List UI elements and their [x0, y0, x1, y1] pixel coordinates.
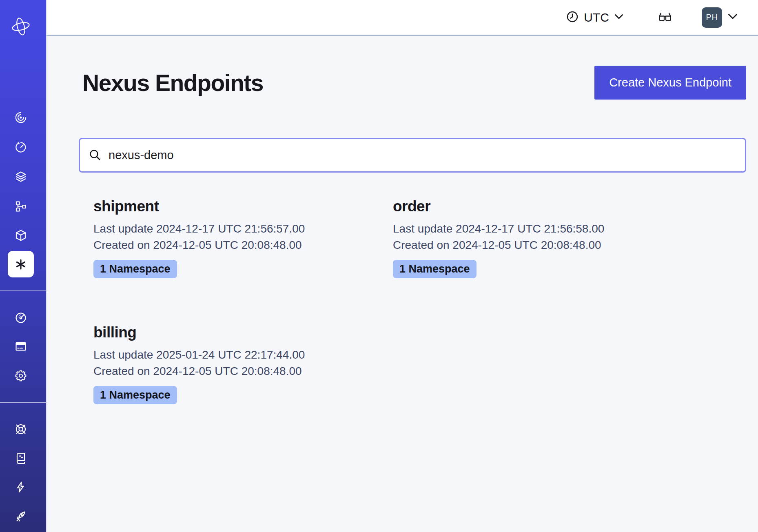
credit-card-icon[interactable]: [15, 340, 27, 352]
namespace-badge: 1 Namespace: [393, 260, 477, 278]
cube-icon[interactable]: [15, 229, 27, 242]
chevron-down-icon: [728, 13, 738, 21]
endpoint-card: billing Last update 2025-01-24 UTC 22:17…: [93, 324, 393, 404]
page-title: Nexus Endpoints: [82, 69, 263, 96]
sidebar-divider: [0, 290, 47, 291]
timezone-label: UTC: [584, 11, 609, 24]
endpoint-created: Created on 2024-12-05 UTC 20:08:48.00: [93, 237, 393, 253]
endpoint-name[interactable]: shipment: [93, 198, 393, 215]
endpoint-last-update: Last update 2024-12-17 UTC 21:56:58.00: [393, 221, 746, 237]
glasses-icon[interactable]: [658, 12, 672, 23]
account-menu[interactable]: PH: [702, 7, 738, 28]
create-nexus-endpoint-button[interactable]: Create Nexus Endpoint: [594, 66, 746, 100]
endpoint-last-update: Last update 2025-01-24 UTC 22:17:44.00: [93, 347, 393, 363]
clock-icon: [566, 11, 578, 24]
sidebar-divider: [0, 402, 47, 403]
book-sparkle-icon[interactable]: [15, 452, 27, 464]
endpoint-grid: shipment Last update 2024-12-17 UTC 21:5…: [93, 198, 746, 404]
namespace-badge: 1 Namespace: [93, 386, 177, 404]
main-content: Nexus Endpoints Create Nexus Endpoint sh…: [47, 36, 758, 404]
endpoint-card: shipment Last update 2024-12-17 UTC 21:5…: [93, 198, 393, 278]
timer-icon[interactable]: [15, 141, 27, 153]
namespace-badge: 1 Namespace: [93, 260, 177, 278]
spiral-eye-icon[interactable]: [15, 111, 27, 124]
gauge-icon[interactable]: [15, 312, 27, 324]
sidebar: [0, 0, 47, 532]
chevron-down-icon: [614, 14, 623, 21]
endpoint-name[interactable]: order: [393, 198, 746, 215]
lightning-icon[interactable]: [15, 481, 27, 493]
rocket-icon[interactable]: [15, 510, 27, 523]
asterisk-icon[interactable]: [8, 251, 34, 277]
avatar: PH: [702, 7, 722, 28]
branch-icon[interactable]: [15, 200, 27, 213]
layers-icon[interactable]: [15, 171, 27, 183]
endpoint-name[interactable]: billing: [93, 324, 393, 341]
life-ring-icon[interactable]: [15, 423, 27, 435]
topbar: UTC PH: [47, 0, 758, 36]
endpoint-created: Created on 2024-12-05 UTC 20:08:48.00: [393, 237, 746, 253]
endpoint-created: Created on 2024-12-05 UTC 20:08:48.00: [93, 363, 393, 379]
gear-icon[interactable]: [15, 370, 27, 382]
timezone-dropdown[interactable]: UTC: [566, 11, 623, 24]
temporal-logo[interactable]: [10, 16, 31, 37]
search-input[interactable]: [79, 138, 746, 173]
endpoint-card: order Last update 2024-12-17 UTC 21:56:5…: [393, 198, 746, 278]
endpoint-last-update: Last update 2024-12-17 UTC 21:56:57.00: [93, 221, 393, 237]
